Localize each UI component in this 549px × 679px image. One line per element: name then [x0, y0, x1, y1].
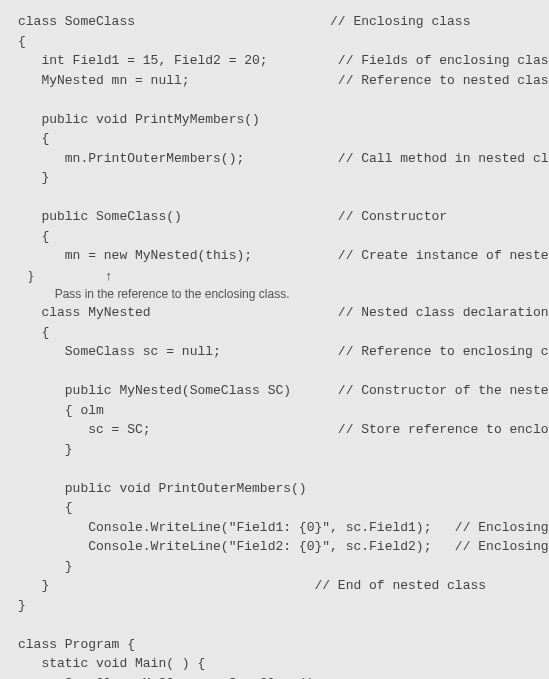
code-line: Console.WriteLine("Field2: {0}", sc.Fiel…	[18, 537, 531, 557]
code-line: } // End of nested class	[18, 576, 531, 596]
code-line: }	[18, 596, 531, 616]
code-line	[18, 362, 531, 382]
code-line: }	[18, 168, 531, 188]
code-line	[18, 90, 531, 110]
code-line: class Program {	[18, 635, 531, 655]
code-line: static void Main( ) {	[18, 654, 531, 674]
code-line: SomeClass sc = null; // Reference to enc…	[18, 342, 531, 362]
code-line: { olm	[18, 401, 531, 421]
code-line: {	[18, 32, 531, 52]
code-line: {	[18, 498, 531, 518]
code-line: public SomeClass() // Constructor	[18, 207, 531, 227]
code-line: {	[18, 129, 531, 149]
code-line: class MyNested // Nested class declarati…	[18, 303, 531, 323]
code-line: public void PrintMyMembers()	[18, 110, 531, 130]
code-line: mn.PrintOuterMembers(); // Call method i…	[18, 149, 531, 169]
code-line: }	[18, 440, 531, 460]
code-line: int Field1 = 15, Field2 = 20; // Fields …	[18, 51, 531, 71]
code-line: public void PrintOuterMembers()	[18, 479, 531, 499]
code-line: sc = SC; // Store reference to enclosing…	[18, 420, 531, 440]
code-line	[18, 459, 531, 479]
code-line: {	[18, 323, 531, 343]
code-line: public MyNested(SomeClass SC) // Constru…	[18, 381, 531, 401]
annotation-line: Pass in the reference to the enclosing c…	[18, 285, 531, 303]
code-line: }	[18, 557, 531, 577]
code-listing: class SomeClass // Enclosing class{ int …	[18, 12, 531, 679]
code-line: {	[18, 227, 531, 247]
code-line: } ↑	[18, 266, 531, 286]
code-line: class SomeClass // Enclosing class	[18, 12, 531, 32]
code-line: mn = new MyNested(this); // Create insta…	[18, 246, 531, 266]
code-line: MyNested mn = null; // Reference to nest…	[18, 71, 531, 91]
code-line: SomeClass MySC = new SomeClass();	[18, 674, 531, 680]
code-line: Console.WriteLine("Field1: {0}", sc.Fiel…	[18, 518, 531, 538]
code-line	[18, 615, 531, 635]
code-line	[18, 188, 531, 208]
